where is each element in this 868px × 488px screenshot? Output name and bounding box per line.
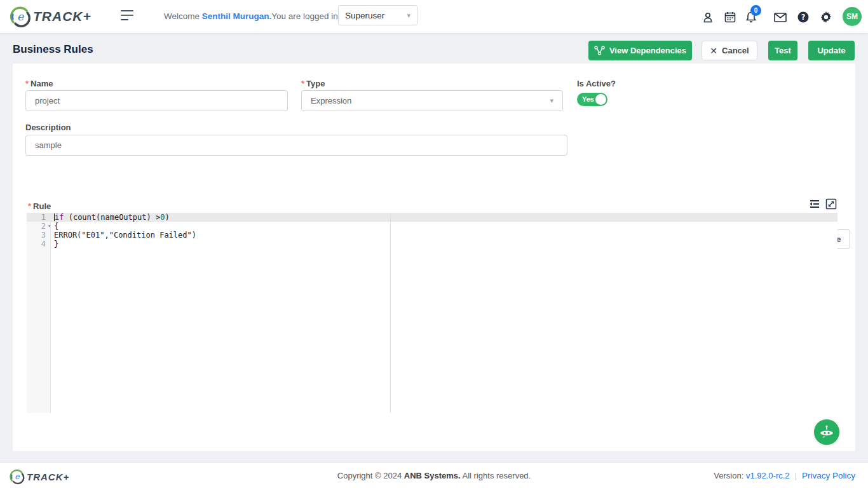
update-button[interactable]: Update <box>808 41 855 60</box>
app-header: e TRACK+ Welcome Senthil Murugan.You are… <box>0 0 868 33</box>
type-label: *Type <box>301 79 325 88</box>
type-select[interactable]: Expression ▾ <box>301 90 563 111</box>
page-title: Business Rules <box>13 43 93 56</box>
description-label: Description <box>25 123 71 132</box>
etrack-logo-icon: e <box>9 5 32 28</box>
gear-icon[interactable] <box>819 10 833 24</box>
description-input[interactable]: sample <box>25 135 567 156</box>
code-line[interactable]: 3ERROR("E01","Condition Failed") <box>27 231 837 240</box>
outdent-icon[interactable] <box>809 198 820 210</box>
divider: | <box>795 471 797 480</box>
chevron-down-icon: ▾ <box>407 11 410 20</box>
help-icon[interactable]: ? <box>796 10 810 24</box>
welcome-message: Welcome Senthil Murugan.You are logged i… <box>164 11 349 21</box>
notification-badge: 0 <box>750 5 761 16</box>
dependencies-icon <box>594 46 605 55</box>
code-line[interactable]: 1if (count(nameOutput) >0) <box>27 213 837 222</box>
version-info: Version: v1.92.0-rc.2|Privacy Policy <box>714 471 855 480</box>
menu-hamburger-icon[interactable] <box>121 10 135 23</box>
fold-arrow-icon[interactable]: ▾ <box>48 222 51 231</box>
cancel-button[interactable]: ✕ Cancel <box>702 41 757 60</box>
toggle-knob <box>595 94 606 105</box>
support-icon[interactable] <box>701 10 715 24</box>
rule-code-editor[interactable]: 1if (count(nameOutput) >0)2▾{3ERROR("E01… <box>27 213 837 413</box>
calendar-icon[interactable] <box>723 10 737 24</box>
is-active-toggle[interactable]: Yes <box>577 93 607 106</box>
business-rule-form-card: *Name project *Type Expression ▾ Is Acti… <box>13 64 855 451</box>
rule-label: *Rule <box>28 201 51 211</box>
close-icon: ✕ <box>710 46 717 56</box>
version-link[interactable]: v1.92.0-rc.2 <box>746 471 790 480</box>
chatbot-button[interactable] <box>814 419 839 445</box>
code-lines: 1if (count(nameOutput) >0)2▾{3ERROR("E01… <box>27 213 837 248</box>
svg-text:e: e <box>17 10 24 23</box>
svg-text:?: ? <box>801 13 806 22</box>
role-select[interactable]: Superuser ▾ <box>338 5 417 25</box>
expand-icon[interactable] <box>825 198 837 210</box>
code-line[interactable]: 4} <box>27 240 837 248</box>
name-label: *Name <box>25 79 53 88</box>
name-input[interactable]: project <box>25 90 288 111</box>
app-footer: e TRACK+ Copyright © 2024 ANB Systems. A… <box>0 462 868 488</box>
chatbot-icon <box>818 424 835 440</box>
business-rules-page: e TRACK+ Welcome Senthil Murugan.You are… <box>0 0 868 488</box>
avatar[interactable]: SM <box>843 7 862 26</box>
mail-icon[interactable] <box>773 10 788 24</box>
editor-ruler-line <box>390 213 391 413</box>
role-select-value: Superuser <box>345 11 407 20</box>
view-dependencies-button[interactable]: View Dependencies <box>588 41 692 60</box>
chevron-down-icon: ▾ <box>550 97 553 105</box>
privacy-policy-link[interactable]: Privacy Policy <box>802 471 855 480</box>
code-line[interactable]: 2▾{ <box>27 222 837 231</box>
etrack-logo-wordmark: TRACK+ <box>33 9 92 24</box>
app-logo[interactable]: e TRACK+ <box>9 5 92 28</box>
is-active-label: Is Active? <box>577 79 616 88</box>
test-button[interactable]: Test <box>768 41 797 60</box>
user-name-link[interactable]: Senthil Murugan. <box>202 11 272 21</box>
